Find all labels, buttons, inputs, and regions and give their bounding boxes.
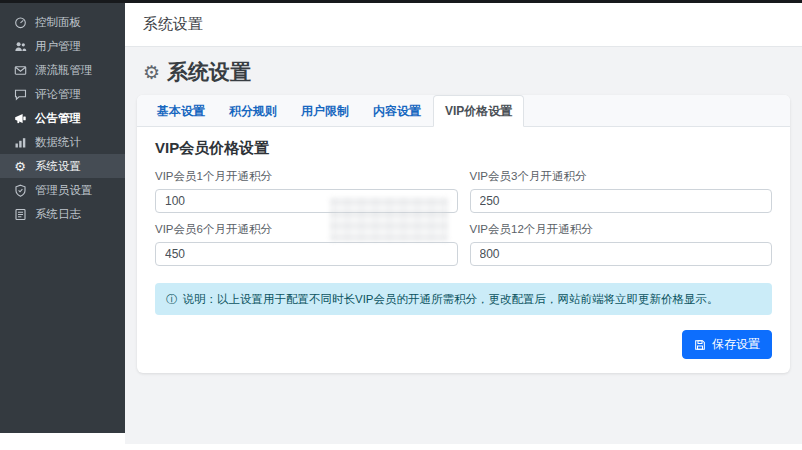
megaphone-icon [13, 111, 27, 125]
log-icon [13, 207, 27, 221]
save-settings-button[interactable]: 保存设置 [682, 330, 772, 359]
settings-tabs: 基本设置 积分规则 用户限制 内容设置 VIP价格设置 [137, 95, 790, 127]
sidebar-item-2[interactable]: 漂流瓶管理 [0, 58, 125, 82]
gear-icon: ⚙ [13, 159, 27, 173]
sidebar-item-4[interactable]: 公告管理 [0, 106, 125, 130]
sidebar-item-label: 漂流瓶管理 [35, 63, 93, 78]
section-title: VIP会员价格设置 [155, 139, 772, 158]
settings-card-body: VIP会员价格设置 VIP会员1个月开通积分 VIP会员3个月开通积分 VIP会… [137, 127, 790, 373]
sidebar-item-7[interactable]: 管理员设置 [0, 178, 125, 202]
sidebar-item-3[interactable]: 评论管理 [0, 82, 125, 106]
save-icon [694, 339, 706, 351]
tab-4[interactable]: VIP价格设置 [433, 95, 524, 127]
main-area: 系统设置 ⚙ 系统设置 基本设置 积分规则 用户限制 内容设置 VIP价格设置 … [125, 3, 802, 444]
vip-points-input-3[interactable] [470, 242, 773, 266]
sidebar-item-label: 公告管理 [35, 111, 81, 126]
form-field: VIP会员1个月开通积分 [155, 169, 458, 213]
field-label: VIP会员6个月开通积分 [155, 222, 458, 237]
settings-card: 基本设置 积分规则 用户限制 内容设置 VIP价格设置 VIP会员价格设置 VI… [137, 95, 790, 373]
app-container: 控制面板 用户管理 漂流瓶管理 评论管理 公告管理 数据统计 ⚙ 系统设置 管理… [0, 3, 802, 444]
page-header: ⚙ 系统设置 [125, 47, 802, 95]
page-title: 系统设置 [167, 58, 251, 86]
sidebar-item-label: 系统日志 [35, 207, 81, 222]
comment-icon [13, 87, 27, 101]
sidebar-item-0[interactable]: 控制面板 [0, 10, 125, 34]
tab-1[interactable]: 积分规则 [217, 95, 289, 127]
sidebar-item-label: 控制面板 [35, 15, 81, 30]
sidebar-item-6[interactable]: ⚙ 系统设置 [0, 154, 125, 178]
sidebar-item-label: 用户管理 [35, 39, 81, 54]
sidebar-item-label: 管理员设置 [35, 183, 93, 198]
tab-3[interactable]: 内容设置 [361, 95, 433, 127]
form-field: VIP会员3个月开通积分 [470, 169, 773, 213]
sidebar-item-label: 评论管理 [35, 87, 81, 102]
navbar-title: 系统设置 [143, 15, 203, 34]
sidebar-item-1[interactable]: 用户管理 [0, 34, 125, 58]
form-field: VIP会员12个月开通积分 [470, 222, 773, 266]
users-icon [13, 39, 27, 53]
sidebar-item-5[interactable]: 数据统计 [0, 130, 125, 154]
field-label: VIP会员3个月开通积分 [470, 169, 773, 184]
shield-icon [13, 183, 27, 197]
vip-price-form: VIP会员1个月开通积分 VIP会员3个月开通积分 VIP会员6个月开通积分 V… [155, 169, 772, 266]
chart-icon [13, 135, 27, 149]
save-button-label: 保存设置 [712, 336, 760, 353]
info-circle-icon: ⓘ [166, 291, 178, 307]
sidebar-menu: 控制面板 用户管理 漂流瓶管理 评论管理 公告管理 数据统计 ⚙ 系统设置 管理… [0, 10, 125, 226]
info-alert: ⓘ 说明：以上设置用于配置不同时长VIP会员的开通所需积分，更改配置后，网站前端… [155, 283, 772, 315]
info-alert-text: 说明：以上设置用于配置不同时长VIP会员的开通所需积分，更改配置后，网站前端将立… [183, 291, 719, 307]
vip-points-input-0[interactable] [155, 189, 458, 213]
vip-points-input-1[interactable] [470, 189, 773, 213]
sidebar-item-8[interactable]: 系统日志 [0, 202, 125, 226]
actions-row: 保存设置 [155, 330, 772, 359]
sidebar-item-label: 数据统计 [35, 135, 81, 150]
sidebar-item-label: 系统设置 [35, 159, 81, 174]
sidebar: 控制面板 用户管理 漂流瓶管理 评论管理 公告管理 数据统计 ⚙ 系统设置 管理… [0, 3, 125, 433]
gear-icon: ⚙ [143, 63, 160, 82]
envelope-icon [13, 63, 27, 77]
form-field: VIP会员6个月开通积分 [155, 222, 458, 266]
tab-2[interactable]: 用户限制 [289, 95, 361, 127]
field-label: VIP会员1个月开通积分 [155, 169, 458, 184]
top-navbar: 系统设置 [125, 3, 802, 47]
tab-0[interactable]: 基本设置 [145, 95, 217, 127]
vip-points-input-2[interactable] [155, 242, 458, 266]
field-label: VIP会员12个月开通积分 [470, 222, 773, 237]
dashboard-icon [13, 15, 27, 29]
